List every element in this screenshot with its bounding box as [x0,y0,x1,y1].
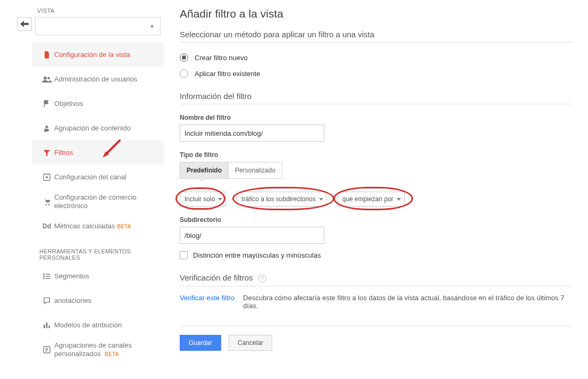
caret-down-icon [397,198,401,201]
sidebar-item-label: Métricas calculadasBETA [54,222,157,230]
caret-down-icon [319,198,323,201]
sidebar-item-label: Agrupación de contenido [54,124,157,133]
sidebar-item-label: Modelos de atribución [54,321,157,329]
verify-filter-link[interactable]: Verificar este filtro [180,294,234,310]
verify-heading: Verificación de filtros ? [180,273,572,283]
save-button[interactable]: Guardar [180,335,221,351]
svg-rect-7 [44,325,45,328]
cancel-button[interactable]: Cancelar [229,335,272,351]
users-icon [39,76,54,83]
sidebar-item-annotations[interactable]: anotaciones [32,289,164,313]
select-method-heading: Seleccionar un método para aplicar un fi… [180,30,572,39]
segments-icon [39,273,54,280]
tab-active-pointer [198,178,205,182]
verify-description: Descubra cómo afectaría este filtro a lo… [243,294,572,310]
filter-name-input[interactable] [180,125,324,142]
sidebar-item-attribution-models[interactable]: Modelos de atribución [32,313,164,337]
svg-rect-8 [46,323,48,328]
sidebar-item-filters[interactable]: Filtros [32,141,164,165]
svg-point-1 [48,77,51,80]
filter-source-dropdown[interactable]: tráfico a los subdirectorios [237,192,326,207]
filter-type-tabs: Predefinido Personalizado [180,162,282,179]
page-title: Añadir filtro a la vista [180,7,572,20]
sidebar-item-channel-settings[interactable]: Configuración del canal [32,165,164,190]
sidebar-item-label: Segmentos [54,272,157,281]
svg-point-6 [48,204,50,205]
file-icon [39,51,54,59]
sidebar-item-label: Administración de usuarios [54,75,157,84]
svg-point-5 [45,204,47,205]
flag-icon [39,100,54,108]
sidebar-item-content-grouping[interactable]: Agrupación de contenido [32,116,164,141]
case-sensitive-label: Distinción entre mayúsculas y minúsculas [193,251,321,259]
case-sensitive-checkbox[interactable] [180,251,188,259]
svg-point-0 [44,77,47,80]
sidebar-item-custom-channel-groupings[interactable]: Agrupaciones de canales personalizados B… [32,337,164,362]
tools-heading: HERRAMIENTAS Y ELEMENTOS PERSONALES [32,238,164,264]
sidebar-item-goals[interactable]: Objetivos [32,92,164,116]
filter-info-heading: Información del filtro [180,92,572,101]
sidebar-item-segments[interactable]: Segmentos [32,264,164,289]
cart-icon [39,197,54,206]
channel-icon [39,345,54,354]
sidebar-item-label: anotaciones [54,296,157,305]
tab-predefined[interactable]: Predefinido [180,162,229,178]
sidebar-header: VISTA [32,4,164,17]
svg-rect-9 [48,326,50,328]
annotation-icon [39,296,54,305]
subdirectory-label: Subdirectorio [180,216,572,224]
sidebar-item-label: Agrupaciones de canales personalizados B… [54,341,157,359]
channel-icon [39,173,54,182]
caret-down-icon [218,198,222,201]
help-icon[interactable]: ? [258,275,266,283]
radio-existing-filter-label: Aplicar filtro existente [195,70,261,78]
caret-down-icon: ▼ [149,23,155,29]
filter-action-dropdown[interactable]: Incluir solo [180,192,226,207]
sidebar-item-calculated-metrics[interactable]: Dd Métricas calculadasBETA [32,214,164,238]
dd-icon: Dd [39,223,54,230]
radio-existing-filter[interactable] [180,69,188,78]
back-button[interactable] [17,17,32,31]
sidebar-item-ecommerce-settings[interactable]: Configuración de comercio electrónico [32,190,164,214]
sidebar-item-label: Objetivos [54,100,157,108]
sidebar: VISTA ▼ Configuración de la vista Admini… [32,0,164,379]
filter-expression-value: que empiezan por [342,195,393,203]
sidebar-item-label: Configuración del canal [54,173,157,182]
bars-icon [39,321,54,329]
tab-custom[interactable]: Personalizado [229,162,282,178]
filter-expression-dropdown[interactable]: que empiezan por [338,192,405,207]
filter-source-value: tráfico a los subdirectorios [241,195,315,203]
radio-new-filter[interactable] [180,53,188,62]
radio-new-filter-label: Crear filtro nuevo [195,54,248,62]
view-selector[interactable]: ▼ [35,17,161,35]
funnel-icon [39,149,54,157]
sidebar-item-label: Configuración de comercio electrónico [54,193,157,211]
subdirectory-input[interactable] [180,227,324,244]
sidebar-item-view-settings[interactable]: Configuración de la vista [32,43,164,67]
group-icon [39,124,54,133]
filter-type-label: Tipo de filtro [180,151,572,159]
sidebar-item-label: Configuración de la vista [54,51,157,59]
filter-action-value: Incluir solo [184,195,215,203]
sidebar-item-label: Filtros [54,149,157,157]
main-content: Añadir filtro a la vista Seleccionar un … [164,0,588,379]
filter-name-label: Nombre del filtro [180,114,572,121]
sidebar-item-user-admin[interactable]: Administración de usuarios [32,67,164,92]
